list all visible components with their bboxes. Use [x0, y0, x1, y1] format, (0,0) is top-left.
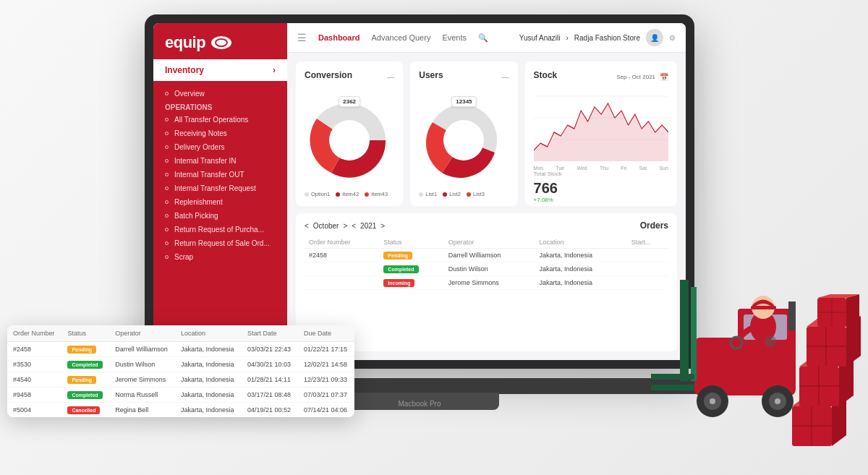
sidebar-dot [165, 145, 169, 149]
sidebar-item-internal-out[interactable]: Internal Transfer OUT [153, 168, 287, 181]
sidebar-item-scrap[interactable]: Scrap [153, 250, 287, 264]
order-number [305, 276, 379, 290]
sidebar-dot [165, 118, 169, 121]
ft-order-status: Completed [61, 357, 109, 372]
svg-point-0 [216, 39, 227, 46]
table-row[interactable]: #2458 Pending Darrell Williamson Jakarta… [305, 249, 668, 262]
sidebar-item-receiving-notes[interactable]: Receiving Notes [153, 127, 287, 140]
logo-text: equip [165, 33, 205, 52]
ft-order-due: 07/03/21 07:37 [298, 388, 354, 403]
settings-icon[interactable]: ⚙ [669, 34, 676, 42]
legend-dot [365, 192, 369, 197]
calendar-next-year[interactable]: > [380, 222, 385, 230]
order-operator: Dustin Wilson [444, 262, 535, 276]
sidebar-item-label: Internal Transfer Request [174, 184, 256, 192]
order-status: Completed [379, 262, 443, 276]
svg-rect-11 [651, 374, 694, 380]
ft-order-status: Completed [61, 388, 109, 403]
sidebar-section-operations: Operations [153, 100, 287, 113]
floating-orders-table: Order Number Status Operator Location St… [7, 325, 354, 417]
stock-chart: Mon Tue Wed Thu Fri Sat Sun [534, 89, 668, 171]
svg-rect-10 [691, 287, 697, 381]
ft-order-operator: Dustin Wilson [109, 357, 175, 372]
ft-order-location: Jakarta, Indonesia [175, 342, 242, 357]
avatar: 👤 [646, 29, 663, 46]
boxes-svg [788, 294, 868, 453]
x-label-fri: Fri [621, 166, 626, 171]
ft-order-num: #9458 [7, 388, 61, 403]
sidebar-item-label: Return Request of Purcha... [174, 226, 264, 234]
conversion-menu[interactable]: — [387, 73, 394, 81]
sidebar-item-all-transfer[interactable]: All Transfer Operations [153, 113, 287, 127]
table-row[interactable]: #2458 Pending Darrell Williamson Jakarta… [7, 342, 354, 357]
sidebar-item-label: Batch Picking [174, 212, 218, 220]
legend-label: Item43 [371, 191, 388, 197]
calendar-month: October [313, 222, 339, 230]
calendar-nav: < October > < 2021 > [305, 222, 385, 230]
conversion-value: 2362 [339, 96, 360, 107]
legend-item: Item42 [336, 191, 359, 197]
top-bar: ☰ Dashboard Advanced Query Events 🔍 Yusu… [287, 23, 686, 53]
sidebar-item-return-purchase[interactable]: Return Request of Purcha... [153, 223, 287, 236]
sidebar: equip Inventory › Overview [153, 23, 287, 360]
sidebar-item-internal-request[interactable]: Internal Transfer Request [153, 181, 287, 195]
sidebar-active-item[interactable]: Inventory › [153, 59, 287, 81]
table-row[interactable]: #3530 Completed Dustin Wilson Jakarta, I… [7, 357, 354, 372]
search-icon[interactable]: 🔍 [478, 33, 488, 43]
order-location: Jakarta, Indonesia [535, 262, 627, 276]
calendar-prev-month[interactable]: < [305, 222, 309, 230]
users-value: 12345 [451, 96, 476, 107]
hamburger-icon[interactable]: ☰ [297, 32, 307, 43]
svg-point-15 [710, 398, 715, 404]
svg-point-2 [443, 120, 484, 161]
sidebar-item-batch-picking[interactable]: Batch Picking [153, 209, 287, 223]
sidebar-item-return-sale[interactable]: Return Request of Sale Ord... [153, 236, 287, 250]
legend-label: List3 [473, 191, 485, 197]
ft-order-location: Jakarta, Indonesia [175, 388, 242, 403]
legend-item: List2 [443, 191, 461, 197]
content-area: Conversion — 2362 [287, 53, 686, 360]
sidebar-item-delivery-orders[interactable]: Delivery Orders [153, 140, 287, 154]
nav-dashboard[interactable]: Dashboard [318, 33, 359, 42]
ft-order-start: 04/30/21 10:03 [242, 357, 298, 372]
col-operator: Operator [444, 236, 535, 249]
table-row[interactable]: #4540 Pending Jerome Simmons Jakarta, In… [7, 372, 354, 388]
sidebar-chevron: › [273, 65, 276, 75]
ft-order-start: 01/28/21 14:11 [242, 372, 298, 388]
calendar-next-month[interactable]: > [343, 222, 347, 230]
ft-order-due: 12/23/21 09:33 [298, 372, 354, 388]
ft-order-operator: Jerome Simmons [109, 372, 175, 388]
sidebar-item-internal-in[interactable]: Internal Transfer IN [153, 154, 287, 168]
legend-dot [467, 192, 471, 197]
table-row[interactable]: Completed Dustin Wilson Jakarta, Indones… [305, 262, 668, 276]
sidebar-item-label: Internal Transfer IN [174, 157, 237, 165]
svg-point-18 [775, 398, 780, 404]
order-operator: Darrell Williamson [444, 249, 535, 262]
sidebar-item-replenishment[interactable]: Replenishment [153, 195, 287, 209]
users-menu[interactable]: — [502, 73, 509, 81]
ft-col-location: Location [175, 325, 242, 342]
sidebar-dot [165, 214, 169, 218]
sidebar-item-label: All Transfer Operations [174, 116, 248, 124]
calendar-prev-year[interactable]: < [352, 222, 356, 230]
nav-advanced-query[interactable]: Advanced Query [371, 33, 430, 42]
calendar-icon[interactable]: 📅 [660, 73, 668, 81]
sidebar-item-overview[interactable]: Overview [153, 87, 287, 100]
laptop-screen-frame: equip Inventory › Overview [145, 14, 694, 369]
order-location: Jakarta, Indonesia [535, 276, 627, 290]
ft-order-location: Jakarta, Indonesia [175, 403, 242, 418]
table-row[interactable]: #5004 Cancelled Regina Bell Jakarta, Ind… [7, 403, 354, 418]
sidebar-dot [165, 132, 169, 135]
table-row[interactable]: #9458 Completed Norma Russell Jakarta, I… [7, 388, 354, 403]
widget-conversion: Conversion — 2362 [296, 61, 403, 206]
col-order-number: Order Number [305, 236, 379, 249]
sidebar-item-label: Scrap [174, 253, 193, 261]
sidebar-dot [165, 173, 169, 176]
conversion-chart: 2362 [305, 89, 394, 191]
table-row[interactable]: Incoming Jerome Simmons Jakarta, Indones… [305, 276, 668, 290]
sidebar-dot [165, 241, 169, 245]
laptop-screen: equip Inventory › Overview [153, 23, 686, 360]
nav-events[interactable]: Events [442, 33, 467, 42]
ft-order-start: 04/19/21 00:52 [242, 403, 298, 418]
order-status: Pending [379, 249, 443, 262]
